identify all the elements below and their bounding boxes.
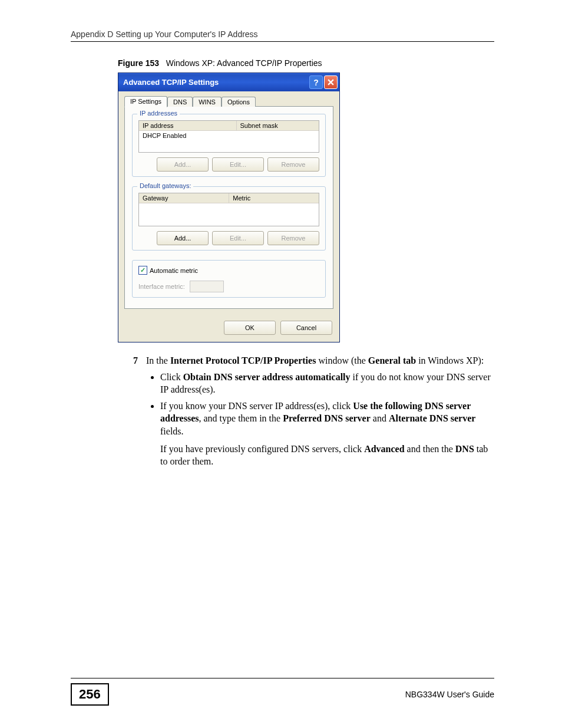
page-header: Appendix D Setting up Your Computer's IP… [71,29,494,39]
gateway-button-row: Add... Edit... Remove [138,231,319,245]
ip-list-header: IP address Subnet mask [139,121,319,131]
bullet-item: Click Obtain DNS server address automati… [160,371,494,396]
tab-wins[interactable]: WINS [193,97,222,107]
t: General tab [368,355,416,365]
cancel-button[interactable]: Cancel [280,321,332,335]
figure-number: Figure 153 [118,58,159,68]
ip-list-row[interactable]: DHCP Enabled [139,131,319,152]
t: window (the [316,355,368,365]
ip-edit-button[interactable]: Edit... [212,157,264,172]
dialog-bottom-buttons: OK Cancel [118,315,339,342]
col-metric: Metric [229,193,319,203]
interface-metric-label: Interface metric: [138,283,185,290]
t: Advanced [364,444,404,454]
t: Preferred DNS server [283,413,371,423]
gateway-list[interactable]: Gateway Metric [138,193,319,226]
titlebar: Advanced TCP/IP Settings ? [118,73,339,91]
step-text: In the Internet Protocol TCP/IP Properti… [146,354,494,472]
t: , and type them in the [199,413,283,423]
gateway-edit-button[interactable]: Edit... [212,231,264,245]
t: Alternate DNS server [389,413,476,423]
t: Internet Protocol TCP/IP Properties [170,355,316,365]
group-ip-addresses-label: IP addresses [137,110,180,117]
interface-metric-input [190,281,224,292]
page-footer: 256 NBG334W User's Guide [71,678,494,706]
footer-rule [71,678,494,678]
t: in Windows XP): [416,355,484,365]
t: If you know your DNS server IP address(e… [160,401,353,411]
ip-button-row: Add... Edit... Remove [138,157,319,172]
bullet-subpara: If you have previously configured DNS se… [160,443,494,468]
page-number: 256 [71,683,109,706]
group-default-gateways: Default gateways: Gateway Metric Add... … [132,186,326,251]
step-number: 7 [118,354,146,367]
ip-list-row-value: DHCP Enabled [143,132,186,139]
header-rule [71,41,494,42]
xp-dialog: Advanced TCP/IP Settings ? IP Settings D… [118,73,340,342]
t: If you have previously configured DNS se… [160,444,364,454]
step-7: 7 In the Internet Protocol TCP/IP Proper… [118,354,494,472]
group-ip-addresses: IP addresses IP address Subnet mask DHCP… [132,114,326,177]
tab-options[interactable]: Options [222,97,256,107]
guide-name: NBG334W User's Guide [405,690,494,699]
group-metric: Automatic metric Interface metric: [132,260,326,298]
close-button[interactable] [324,75,338,89]
interface-metric-row: Interface metric: [138,281,319,292]
step-bullets: Click Obtain DNS server address automati… [160,371,494,468]
gateway-remove-button[interactable]: Remove [267,231,319,245]
dialog-title: Advanced TCP/IP Settings [123,78,308,87]
ip-address-list[interactable]: IP address Subnet mask DHCP Enabled [138,120,319,153]
ip-remove-button[interactable]: Remove [267,157,319,172]
tab-dns[interactable]: DNS [167,97,193,107]
tab-page-ip-settings: IP addresses IP address Subnet mask DHCP… [124,106,333,309]
figure-caption: Figure 153 Windows XP: Advanced TCP/IP P… [118,58,494,68]
gateway-list-empty [139,203,319,226]
automatic-metric-row: Automatic metric [138,266,200,275]
t: fields. [160,426,184,436]
t: and then the [405,444,455,454]
group-default-gateways-label: Default gateways: [137,182,193,189]
gateway-add-button[interactable]: Add... [157,231,209,245]
automatic-metric-label: Automatic metric [150,267,198,274]
t: In the [146,355,170,365]
gateway-list-header: Gateway Metric [139,193,319,203]
ip-add-button[interactable]: Add... [157,157,209,172]
t: Obtain DNS server address automatically [183,372,351,382]
col-gateway: Gateway [139,193,229,203]
t: DNS [455,444,474,454]
close-icon [328,79,334,85]
t: Click [160,372,183,382]
tab-strip: IP Settings DNS WINS Options [124,96,333,107]
automatic-metric-checkbox[interactable] [138,266,147,275]
col-ip-address: IP address [139,121,237,130]
tab-ip-settings[interactable]: IP Settings [124,96,167,107]
t: and [371,413,389,423]
bullet-item: If you know your DNS server IP address(e… [160,400,494,468]
help-button[interactable]: ? [309,75,323,89]
dialog-body: IP Settings DNS WINS Options IP addresse… [118,91,339,315]
col-subnet-mask: Subnet mask [237,121,319,130]
ok-button[interactable]: OK [224,321,276,335]
figure-caption-text: Windows XP: Advanced TCP/IP Properties [166,58,322,68]
